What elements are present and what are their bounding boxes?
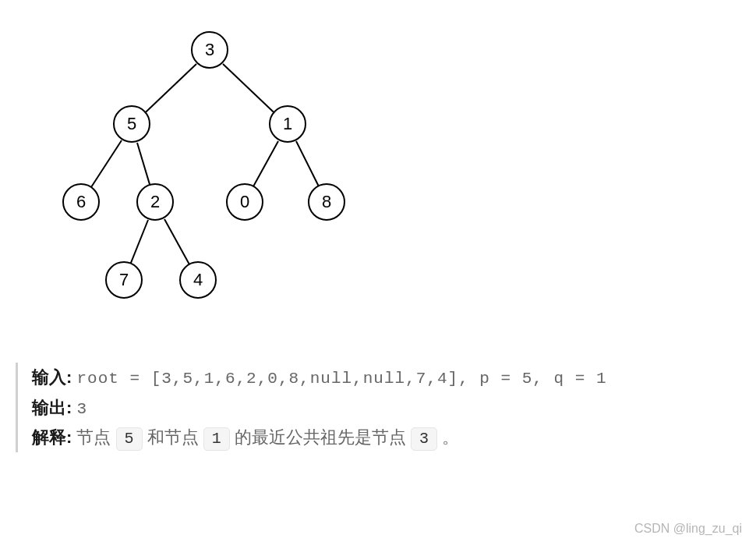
tree-edge: [295, 141, 319, 186]
example-block: 输入: root = [3,5,1,6,2,0,8,null,null,7,4]…: [16, 363, 740, 452]
input-value: root = [3,5,1,6,2,0,8,null,null,7,4], p …: [76, 370, 606, 388]
tree-node: 8: [308, 183, 345, 221]
tree-node: 0: [226, 183, 263, 221]
output-value: 3: [76, 400, 87, 418]
explain-text-1: 节点: [76, 427, 115, 447]
explain-text-3: 的最近公共祖先是节点: [235, 427, 411, 447]
tree-edge: [136, 143, 150, 186]
tree-node: 1: [269, 105, 306, 143]
input-line: 输入: root = [3,5,1,6,2,0,8,null,null,7,4]…: [32, 363, 740, 393]
output-label: 输出:: [32, 398, 72, 417]
tree-edge: [145, 63, 197, 112]
explain-text-4: 。: [442, 427, 459, 447]
tree-edge: [164, 219, 190, 265]
tree-node: 4: [179, 261, 217, 299]
explain-line: 解释: 节点 5 和节点 1 的最近公共祖先是节点 3 。: [32, 423, 740, 452]
explain-text-2: 和节点: [147, 427, 203, 447]
node-badge-2: 1: [203, 427, 230, 451]
input-label: 输入:: [32, 367, 72, 387]
tree-node: 2: [136, 183, 174, 221]
output-line: 输出: 3: [32, 393, 740, 423]
tree-node: 6: [62, 183, 100, 221]
tree-node: 7: [105, 261, 143, 299]
tree-edge: [253, 141, 280, 187]
tree-node: 3: [191, 31, 228, 69]
node-badge-1: 5: [116, 427, 143, 451]
tree-edge: [223, 63, 275, 112]
watermark: CSDN @ling_zu_qi: [634, 522, 742, 536]
binary-tree-diagram: 351620874: [39, 23, 366, 335]
tree-edge: [90, 140, 122, 188]
tree-node: 5: [113, 105, 150, 143]
tree-edge: [130, 220, 149, 264]
node-badge-3: 3: [411, 427, 437, 451]
explain-label: 解释:: [32, 427, 72, 447]
